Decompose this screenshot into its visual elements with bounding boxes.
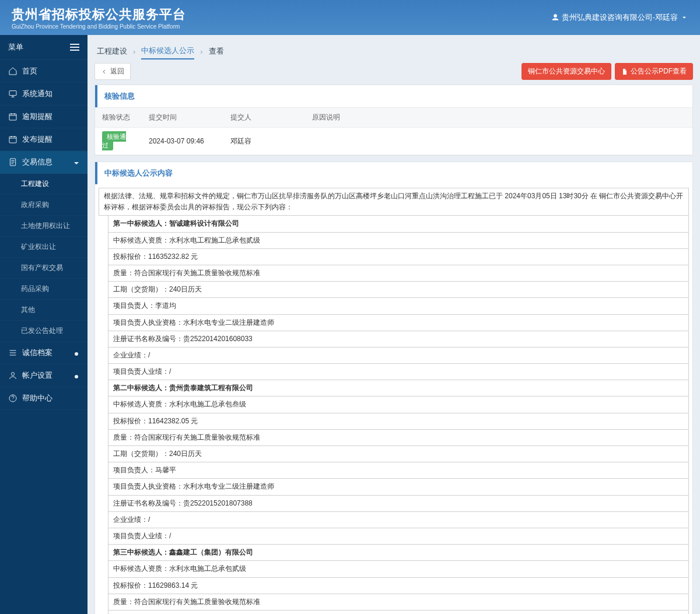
user-icon	[551, 13, 559, 22]
th-person: 提交人	[223, 108, 305, 128]
doc-row: 项目负责人业绩：/	[108, 528, 689, 545]
doc-row: 投标报价：11635232.82 元	[108, 249, 689, 265]
chevron-right-icon	[74, 350, 79, 356]
sidebar-item-label: 交易信息	[22, 157, 52, 167]
app-subtitle: GuiZhou Province Tendering and Bidding P…	[12, 23, 186, 30]
crumb-b[interactable]: 中标候选人公示	[141, 45, 194, 59]
cell-person: 邓廷容	[223, 128, 305, 155]
status-badge: 核验通过	[102, 131, 126, 150]
doc-row: 项目负责人：马馨平	[108, 462, 689, 479]
doc-row: 注册证书名称及编号：贵2522015201807388	[108, 496, 689, 512]
sidebar-item-5[interactable]: 诚信档案	[0, 342, 88, 364]
sidebar-sub-7[interactable]: 已发公告处理	[0, 321, 88, 342]
sidebar-sub-0[interactable]: 工程建设	[0, 174, 88, 195]
cell-time: 2024-03-07 09:46	[142, 128, 223, 155]
th-time: 提交时间	[142, 108, 223, 128]
svg-point-6	[75, 375, 78, 378]
svg-point-4	[75, 352, 78, 356]
sidebar-sub-1[interactable]: 政府采购	[0, 195, 88, 216]
sidebar: 菜单 首页系统通知逾期提醒发布提醒交易信息工程建设政府采购土地使用权出让矿业权出…	[0, 35, 88, 614]
list-icon	[8, 348, 18, 357]
sidebar-item-3[interactable]: 发布提醒	[0, 128, 88, 151]
sidebar-item-label: 诚信档案	[22, 348, 52, 358]
pdf-icon	[621, 68, 628, 75]
center-button[interactable]: 铜仁市公共资源交易中心	[522, 63, 611, 80]
app-header: 贵州省招标投标公共服务平台 GuiZhou Province Tendering…	[0, 0, 700, 35]
doc-row: 质量：符合国家现行有关施工质量验收规范标准	[108, 430, 689, 446]
verify-panel: 核验信息 核验状态 提交时间 提交人 原因说明 核验通过 2024-03-07 …	[94, 85, 693, 156]
user-icon	[8, 371, 18, 380]
home-icon	[8, 66, 18, 76]
sidebar-item-0[interactable]: 首页	[0, 60, 88, 83]
menu-icon[interactable]	[70, 44, 79, 51]
doc-row: 项目负责人：李道均	[108, 298, 689, 314]
calendar-icon	[8, 112, 18, 121]
crumb-a[interactable]: 工程建设	[97, 46, 127, 57]
monitor-icon	[8, 89, 18, 99]
doc-row: 投标报价：11642382.05 元	[108, 413, 689, 430]
sidebar-item-4[interactable]: 交易信息	[0, 151, 88, 174]
chevron-down-icon	[680, 13, 688, 22]
sidebar-item-label: 首页	[22, 66, 37, 76]
notice-panel: 中标候选人公示内容 根据法律、法规、规章和招标文件的规定，铜仁市万山区抗旱排涝服…	[94, 162, 693, 614]
sidebar-item-label: 帮助中心	[22, 393, 52, 404]
user-menu[interactable]: 贵州弘典建设咨询有限公司-邓廷容	[551, 12, 688, 23]
verify-title: 核验信息	[95, 85, 692, 107]
user-name: 贵州弘典建设咨询有限公司-邓廷容	[562, 12, 678, 23]
doc-row: 根据法律、法规、规章和招标文件的规定，铜仁市万山区抗旱排涝服务队的万山区高楼坪乡…	[99, 188, 689, 216]
sidebar-item-2[interactable]: 逾期提醒	[0, 106, 88, 128]
sidebar-sub-5[interactable]: 药品采购	[0, 279, 88, 300]
pdf-button[interactable]: 公告公示PDF查看	[615, 63, 693, 80]
sidebar-item-label: 发布提醒	[22, 134, 52, 145]
sidebar-sub-3[interactable]: 矿业权出让	[0, 237, 88, 258]
doc-row: 注册证书名称及编号：贵2522014201608033	[108, 331, 689, 348]
sidebar-item-1[interactable]: 系统通知	[0, 83, 88, 106]
sidebar-item-label: 帐户设置	[22, 370, 52, 381]
doc-row: 工期（交货期）：240日历天	[108, 611, 689, 614]
doc-row: 项目负责人执业资格：水利水电专业二级注册建造师	[108, 315, 689, 331]
doc-row: 质量：符合国家现行有关施工质量验收规范标准	[108, 265, 689, 282]
main-content: 工程建设 › 中标候选人公示 › 查看 返回 铜仁市公共资源交易中心 公告公示P…	[88, 35, 700, 614]
doc-row: 投标报价：11629863.14 元	[108, 578, 689, 594]
doc-row: 第一中标候选人：智诚建科设计有限公司	[108, 216, 689, 232]
doc-row: 企业业绩：/	[108, 348, 689, 364]
sidebar-item-7[interactable]: 帮助中心	[0, 387, 88, 410]
doc-icon	[8, 157, 18, 167]
doc-row: 项目负责人业绩：/	[108, 364, 689, 380]
crumb-c: 查看	[209, 46, 224, 57]
chevron-down-icon	[74, 159, 79, 165]
sidebar-header: 菜单	[0, 35, 88, 60]
svg-rect-1	[9, 114, 16, 120]
help-icon	[8, 394, 18, 403]
doc-row: 质量：符合国家现行有关施工质量验收规范标准	[108, 594, 689, 611]
doc-row: 中标候选人资质：水利水电施工总承包贰级	[108, 561, 689, 577]
sidebar-item-label: 系统通知	[22, 89, 52, 99]
doc-row: 中标候选人资质：水利水电工程施工总承包贰级	[108, 233, 689, 249]
th-status: 核验状态	[95, 108, 142, 128]
notice-title: 中标候选人公示内容	[95, 162, 692, 184]
svg-point-5	[11, 373, 14, 376]
sidebar-item-label: 逾期提醒	[22, 111, 52, 122]
calendar-icon	[8, 135, 18, 144]
back-button[interactable]: 返回	[94, 63, 131, 80]
table-row: 核验通过 2024-03-07 09:46 邓廷容	[95, 128, 692, 155]
doc-row: 工期（交货期）：240日历天	[108, 282, 689, 298]
breadcrumb: 工程建设 › 中标候选人公示 › 查看	[94, 41, 693, 63]
th-reason: 原因说明	[305, 108, 692, 128]
app-title: 贵州省招标投标公共服务平台	[12, 6, 186, 23]
doc-row: 第二中标候选人：贵州贵泰建筑工程有限公司	[108, 380, 689, 397]
back-icon	[101, 68, 108, 75]
sidebar-sub-4[interactable]: 国有产权交易	[0, 258, 88, 279]
chevron-right-icon	[74, 373, 79, 378]
svg-rect-2	[9, 136, 16, 143]
cell-reason	[305, 128, 692, 155]
doc-row: 中标候选人资质：水利水电施工总承包叁级	[108, 397, 689, 413]
sidebar-item-6[interactable]: 帐户设置	[0, 364, 88, 387]
doc-row: 工期（交货期）：240日历天	[108, 446, 689, 462]
sidebar-sub-2[interactable]: 土地使用权出让	[0, 216, 88, 237]
svg-rect-0	[9, 91, 16, 96]
doc-row: 第三中标候选人：鑫鑫建工（集团）有限公司	[108, 545, 689, 561]
sidebar-sub-6[interactable]: 其他	[0, 300, 88, 321]
doc-row: 企业业绩：/	[108, 512, 689, 528]
doc-row: 项目负责人执业资格：水利水电专业二级注册建造师	[108, 479, 689, 495]
